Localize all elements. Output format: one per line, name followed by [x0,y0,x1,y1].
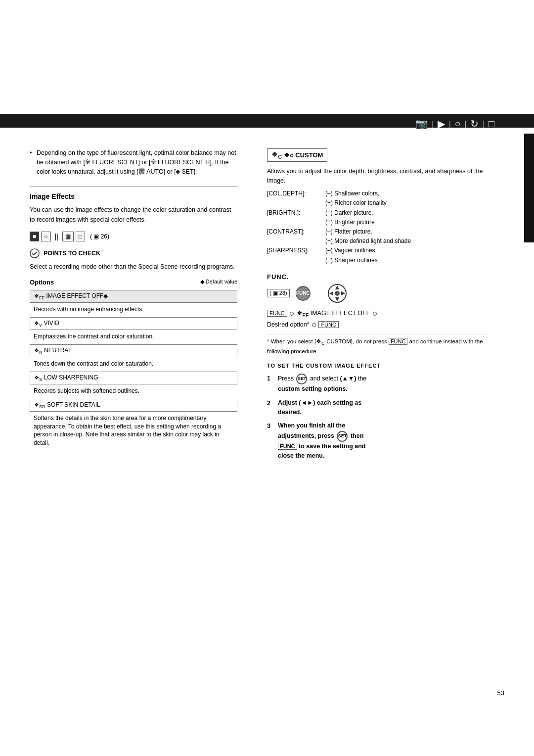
main-content: Depending on the type of fluorescent lig… [0,139,534,474]
mode-icons-row: ■ ○ || ▦ □ ( ▣ 26) [30,232,237,241]
section-divider [30,186,237,187]
brightn-row: [BRIGHTN.]: (–) Darker picture,(+) Brigh… [267,208,490,227]
option-image-effect-off[interactable]: ❖FF IMAGE EFFECT OFF◆ [30,290,237,303]
option-soft-skin[interactable]: ❖SD SOFT SKIN DETAIL [30,399,237,412]
options-label: Options ◆ Default value [30,279,237,286]
func-key-inline: FUNC [389,338,408,345]
divider-icon3: | [465,120,467,128]
svg-marker-4 [329,291,333,295]
step-1: 1 Press SET and select (▲▼) the custom s… [267,374,490,394]
option-off-label: IMAGE EFFECT OFF◆ [46,292,108,299]
svg-marker-3 [335,297,339,301]
func-button[interactable]: FUNC [296,286,311,301]
col-depth-row: [COL.DEPTH]: (–) Shallower colors,(+) Ri… [267,189,490,208]
func-section: FUNC. ( ▣ 28) FUNC [267,273,490,356]
step-1-text: Press SET and select (▲▼) the custom set… [278,374,490,394]
option-neutral-desc: Tones down the contrast and color satura… [30,358,237,372]
option-sd-icon: ❖SD [34,402,45,408]
option-sd-desc: Softens the details in the skin tone are… [30,413,237,451]
option-vivid-icon: ❖V [34,320,42,326]
option-ls-desc: Records subjects with softened outlines. [30,385,237,399]
step-1-bold: custom setting options. [278,385,348,392]
custom-icon: ❖C [271,150,282,160]
step-3-num: 3 [267,421,274,461]
option-ls-label: LOW SHARPENING [44,374,98,381]
aperture-icon: ○ [455,118,461,130]
option-neutral-icon: ❖N [34,347,43,353]
col-depth-label: [COL.DEPTH]: [267,189,321,208]
default-value-label: ◆ Default value [200,279,237,286]
option-off-desc: Records with no image enhancing effects. [30,304,237,317]
set-button-1: SET [296,374,307,384]
numbered-steps: 1 Press SET and select (▲▼) the custom s… [267,374,490,461]
option-ls-icon: ❖S [34,375,42,380]
checkmark-icon [30,248,40,258]
func-seq-image-effect: ❖FF IMAGE EFFECT OFF [297,310,370,317]
page-number: 53 [0,684,534,697]
svg-marker-2 [335,285,339,289]
col-depth-values: (–) Shallower colors,(+) Richer color to… [325,189,490,208]
func-sequence: FUNC ❖FF IMAGE EFFECT OFF Desired option… [267,308,490,330]
contrast-values: (–) Flatter picture,(+) More defined lig… [325,227,490,246]
sharpness-values: (–) Vaguer outlines,(+) Sharper outlines [325,246,490,265]
mode-icon-grid: ▦ [62,232,74,241]
step-2-text: Adjust (◄►) each setting asdesired. [278,398,490,418]
divider-icon4: | [483,120,485,128]
top-icons: 📷 | ▶ | ○ | ↻ | □ [415,118,494,130]
brightn-values: (–) Darker picture,(+) Brighter picture [325,208,490,227]
mode-icon-video: ■ [30,232,39,241]
option-vivid-label: VIVID [44,320,59,327]
landscape-icon: □ [489,118,494,130]
option-off-icon: ❖FF [34,293,44,299]
option-vivid[interactable]: ❖V VIVID [30,317,237,330]
custom-header-box: ❖C ❖c CUSTOM [267,148,327,162]
func-seq-desired: Desired option* [267,321,309,328]
contrast-label: [CONTRAST]: [267,227,321,246]
func-label: FUNC. [267,273,490,281]
option-vivid-desc: Emphasizes the contrast and color satura… [30,331,237,344]
set-button-3: SET [337,431,348,442]
func-key-step3: FUNC [278,443,297,450]
step-2: 2 Adjust (◄►) each setting asdesired. [267,398,490,418]
sharpness-label: [SHARPNESS]: [267,246,321,265]
bullet-item-fluorescent: Depending on the type of fluorescent lig… [30,148,237,176]
func-page-ref: ( ▣ 28) [267,289,290,297]
step-1-num: 1 [267,374,274,394]
mode-icon-white: □ [76,232,85,241]
nav-circle-icon [327,284,347,303]
left-column: Depending on the type of fluorescent lig… [0,139,252,474]
svg-marker-5 [341,291,345,295]
video-icon: ▶ [438,118,445,130]
arrow-circle-2 [373,312,377,316]
option-sd-label: SOFT SKIN DETAIL [47,401,100,408]
image-effects-body: You can use the image effects to change … [30,205,237,225]
bottom-area: 53 [0,684,534,697]
step-3: 3 When you finish all the adjustments, p… [267,421,490,461]
camera-still-icon: 📷 [415,118,428,130]
step-3-text: When you finish all the adjustments, pre… [278,421,490,461]
page-ref-26: ( ▣ 26) [90,233,109,240]
func-icons-row: ( ▣ 28) FUNC [267,284,490,303]
func-inline-end: FUNC [318,321,339,328]
func-footnote: * When you select [❖C CUSTOM], do not pr… [267,334,490,356]
func-inline-start: FUNC [267,310,287,317]
mode-icon-camera: ○ [41,232,50,241]
step-2-num: 2 [267,398,274,418]
points-check-label: POINTS TO CHECK [44,250,100,257]
arrow-circle-3 [312,323,316,327]
brightn-label: [BRIGHTN.]: [267,208,321,227]
custom-effect-header: To set the custom image effect [267,363,490,369]
options-title: Options [30,279,54,286]
option-neutral[interactable]: ❖N NEUTRAL [30,344,237,357]
sharpness-row: [SHARPNESS]: (–) Vaguer outlines,(+) Sha… [267,246,490,265]
page-container: 📷 | ▶ | ○ | ↻ | □ Depending on the type … [0,0,534,756]
rotate-icon: ↻ [470,118,479,130]
select-recording-text: Select a recording mode other than the S… [30,262,237,272]
spacer [316,288,321,298]
arrow-circle-1 [290,312,294,316]
right-column: ❖C ❖c CUSTOM Allows you to adjust the co… [252,139,504,474]
custom-title: ❖c CUSTOM [284,151,323,159]
option-low-sharpening[interactable]: ❖S LOW SHARPENING [30,372,237,384]
svg-point-6 [335,291,340,296]
mode-divider: || [53,233,60,240]
